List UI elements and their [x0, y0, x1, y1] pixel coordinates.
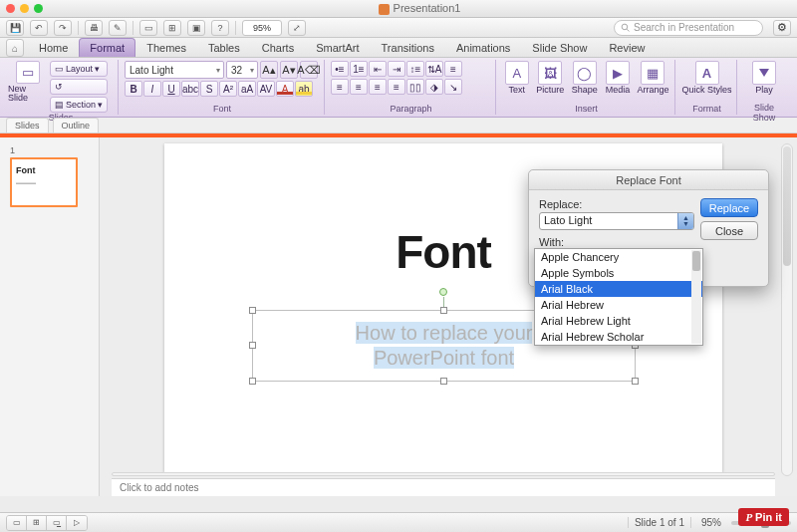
- notes-pane[interactable]: Click to add notes: [112, 478, 775, 496]
- bold-icon[interactable]: B: [125, 81, 142, 97]
- font-option[interactable]: Apple Symbols: [535, 265, 702, 281]
- tab-charts[interactable]: Charts: [251, 38, 305, 57]
- rotation-handle[interactable]: [439, 288, 447, 296]
- format-painter-icon[interactable]: ✎: [109, 20, 127, 36]
- vertical-scrollbar[interactable]: [781, 143, 793, 476]
- side-tab-outline[interactable]: Outline: [53, 118, 100, 133]
- underline-icon[interactable]: U: [162, 81, 180, 97]
- resize-handle[interactable]: [440, 307, 447, 314]
- presenter-view-icon[interactable]: ▭̲: [47, 516, 67, 530]
- resize-handle[interactable]: [632, 378, 639, 385]
- align-left-icon[interactable]: ≡: [331, 79, 349, 95]
- fit-window-icon[interactable]: ⤢: [288, 20, 306, 36]
- close-button[interactable]: Close: [700, 221, 758, 240]
- scrollbar-thumb[interactable]: [692, 251, 700, 271]
- insert-media-button[interactable]: ▶Media: [602, 61, 633, 103]
- font-option[interactable]: Apple Chancery: [535, 249, 702, 265]
- decrease-indent-icon[interactable]: ⇤: [369, 61, 387, 77]
- subtitle-text[interactable]: How to replace your PowerPoint font: [356, 321, 533, 371]
- settings-gear-icon[interactable]: ⚙: [773, 20, 791, 36]
- quick-styles-button[interactable]: AQuick Styles: [681, 61, 732, 103]
- columns-icon[interactable]: ▯▯: [406, 79, 424, 95]
- slide-thumbnail-1[interactable]: Font ▬▬▬▬: [10, 157, 78, 207]
- font-option[interactable]: Arial Hebrew Light: [535, 313, 702, 329]
- scrollbar-thumb[interactable]: [783, 146, 791, 266]
- dropdown-scrollbar[interactable]: [691, 250, 701, 344]
- quick-access-toolbar: 💾 ↶ ↷ 🖶 ✎ ▭ ⊞ ▣ ? 95% ⤢ Search in Presen…: [0, 18, 797, 38]
- strike-icon[interactable]: abc: [181, 81, 199, 97]
- help-icon[interactable]: ?: [211, 20, 229, 36]
- char-spacing-icon[interactable]: AV: [257, 81, 275, 97]
- tab-themes[interactable]: Themes: [135, 38, 197, 57]
- replace-button[interactable]: Replace: [700, 198, 758, 217]
- resize-handle[interactable]: [440, 378, 447, 385]
- close-window-icon[interactable]: [6, 4, 15, 13]
- resize-handle[interactable]: [249, 342, 256, 349]
- increase-indent-icon[interactable]: ⇥: [388, 61, 405, 77]
- grow-font-icon[interactable]: A▴: [260, 61, 278, 79]
- play-slideshow-button[interactable]: Play: [743, 61, 785, 103]
- print-icon[interactable]: 🖶: [85, 20, 103, 36]
- align-center-icon[interactable]: ≡: [350, 79, 368, 95]
- change-case-icon[interactable]: aA: [238, 81, 256, 97]
- resize-handle[interactable]: [249, 378, 256, 385]
- text-direction-icon[interactable]: ⇅A: [425, 61, 443, 77]
- normal-view-icon[interactable]: ▭: [7, 516, 27, 530]
- presentation-search-input[interactable]: Search in Presentation: [614, 20, 763, 36]
- tab-tables[interactable]: Tables: [197, 38, 251, 57]
- tab-animations[interactable]: Animations: [445, 38, 521, 57]
- font-name-select[interactable]: Lato Light: [125, 61, 224, 79]
- save-icon[interactable]: 💾: [6, 20, 24, 36]
- tab-format[interactable]: Format: [79, 38, 135, 57]
- highlight-icon[interactable]: ab: [295, 81, 313, 97]
- arrange-button[interactable]: ▦Arrange: [636, 61, 670, 103]
- minimize-window-icon[interactable]: [20, 4, 29, 13]
- reset-button[interactable]: ↺: [50, 79, 108, 95]
- media-browser-icon[interactable]: ▣: [187, 20, 205, 36]
- tab-transitions[interactable]: Transitions: [371, 38, 445, 57]
- pin-it-button[interactable]: PPin it: [738, 508, 789, 526]
- bullets-icon[interactable]: •≡: [331, 61, 349, 77]
- zoom-window-icon[interactable]: [34, 4, 43, 13]
- sorter-view-icon[interactable]: ⊞: [27, 516, 47, 530]
- resize-handle[interactable]: [249, 307, 256, 314]
- line-spacing-icon[interactable]: ↕≡: [406, 61, 424, 77]
- clear-format-icon[interactable]: A⌫: [300, 61, 318, 79]
- font-option[interactable]: Arial Hebrew: [535, 297, 702, 313]
- new-slide-button[interactable]: ▭ New Slide: [8, 61, 48, 103]
- justify-icon[interactable]: ≡: [388, 79, 405, 95]
- font-option[interactable]: Arial Hebrew Scholar: [535, 329, 702, 345]
- toolbox-icon[interactable]: ⊞: [163, 20, 181, 36]
- shrink-font-icon[interactable]: A▾: [280, 61, 298, 79]
- shadow-icon[interactable]: S: [200, 81, 218, 97]
- zoom-percent-box[interactable]: 95%: [242, 20, 282, 36]
- ribbon-home-icon[interactable]: ⌂: [6, 39, 24, 57]
- horizontal-scrollbar[interactable]: [112, 472, 775, 476]
- replace-font-select[interactable]: Lato Light ▲▼: [539, 212, 694, 230]
- font-option-selected[interactable]: Arial Black: [535, 281, 702, 297]
- tab-slideshow[interactable]: Slide Show: [521, 38, 598, 57]
- align-right-icon[interactable]: ≡: [369, 79, 387, 95]
- slideshow-view-icon[interactable]: ▷: [67, 516, 87, 530]
- side-tab-slides[interactable]: Slides: [6, 118, 49, 133]
- superscript-icon[interactable]: A²: [219, 81, 237, 97]
- font-size-select[interactable]: 32: [226, 61, 258, 79]
- layout-button[interactable]: ▭ Layout ▾: [50, 61, 108, 77]
- undo-icon[interactable]: ↶: [30, 20, 48, 36]
- show-hide-icon[interactable]: ▭: [139, 20, 157, 36]
- italic-icon[interactable]: I: [143, 81, 161, 97]
- numbering-icon[interactable]: 1≡: [350, 61, 368, 77]
- insert-shape-button[interactable]: ◯Shape: [569, 61, 600, 103]
- tab-smartart[interactable]: SmartArt: [305, 38, 370, 57]
- tab-home[interactable]: Home: [28, 38, 79, 57]
- redo-icon[interactable]: ↷: [54, 20, 72, 36]
- insert-picture-button[interactable]: 🖼Picture: [534, 61, 567, 103]
- tab-review[interactable]: Review: [598, 38, 656, 57]
- zoom-percent-status[interactable]: 95%: [697, 517, 725, 528]
- insert-text-button[interactable]: AText: [502, 61, 532, 103]
- align-text-vert-icon[interactable]: ≡: [444, 61, 462, 77]
- font-color-icon[interactable]: A: [276, 81, 294, 97]
- section-button[interactable]: ▤ Section ▾: [50, 97, 108, 113]
- convert-smartart-icon[interactable]: ⬗: [425, 79, 443, 95]
- paragraph-dialog-icon[interactable]: ↘: [444, 79, 462, 95]
